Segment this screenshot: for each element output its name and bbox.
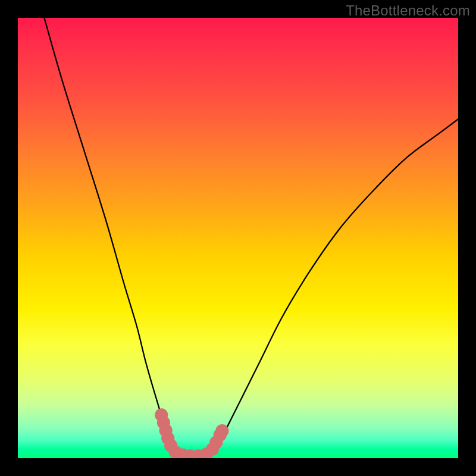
valley-marker-dot [215,424,228,437]
curve-layer [18,18,458,458]
chart-frame: TheBottleneck.com [0,0,476,476]
valley-marker-path [161,415,222,456]
bottleneck-curve [44,18,458,458]
attribution-text: TheBottleneck.com [346,2,470,19]
plot-area [18,18,458,458]
